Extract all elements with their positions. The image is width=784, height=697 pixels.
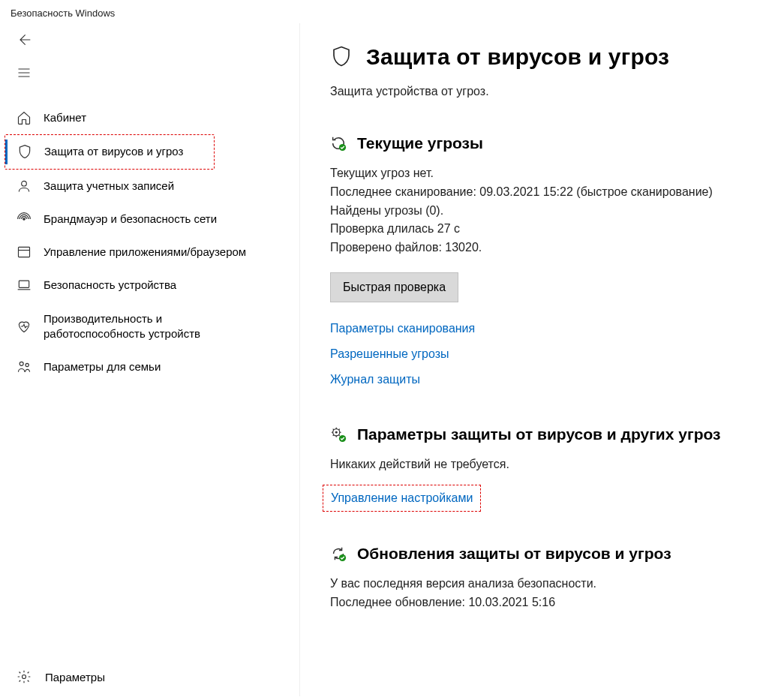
svg-rect-2 bbox=[19, 247, 30, 257]
manage-settings-link[interactable]: Управление настройками bbox=[323, 485, 481, 512]
sidebar-item-label: Кабинет bbox=[44, 110, 86, 125]
page-title: Защита от вирусов и угроз bbox=[366, 44, 669, 70]
sidebar-item-device-performance[interactable]: Производительность и работоспособность у… bbox=[5, 302, 299, 351]
section-protection-settings: Параметры защиты от вирусов и других угр… bbox=[330, 425, 776, 512]
back-button[interactable] bbox=[5, 23, 38, 56]
sidebar-item-label: Параметры для семьи bbox=[44, 359, 161, 374]
updates-status-lines: У вас последняя версия анализа безопасно… bbox=[330, 575, 776, 612]
sidebar-item-home[interactable]: Кабинет bbox=[5, 101, 299, 134]
page-header: Защита от вирусов и угроз bbox=[330, 44, 776, 70]
home-icon bbox=[17, 110, 32, 125]
shield-icon bbox=[330, 45, 353, 70]
heart-icon bbox=[17, 319, 32, 334]
laptop-icon bbox=[17, 278, 32, 293]
section-title: Параметры защиты от вирусов и других угр… bbox=[357, 425, 721, 443]
protection-history-link[interactable]: Журнал защиты bbox=[330, 367, 420, 392]
shield-icon bbox=[17, 144, 32, 159]
svg-point-6 bbox=[23, 675, 26, 679]
section-current-threats: Текущие угрозы Текущих угроз нет. Послед… bbox=[330, 134, 776, 392]
sidebar-item-label: Параметры bbox=[45, 671, 105, 683]
sidebar-item-label: Безопасность устройства bbox=[44, 278, 176, 293]
sidebar-item-firewall[interactable]: Брандмауэр и безопасность сети bbox=[5, 203, 299, 236]
section-title: Текущие угрозы bbox=[357, 134, 483, 152]
sidebar-item-virus-protection[interactable]: Защита от вирусов и угроз bbox=[5, 134, 215, 169]
svg-point-9 bbox=[335, 431, 338, 434]
account-icon bbox=[17, 179, 32, 194]
svg-point-4 bbox=[20, 362, 23, 365]
sidebar-nav: Кабинет Защита от вирусов и угроз Защита… bbox=[5, 101, 299, 383]
threat-status-lines: Текущих угроз нет. Последнее сканировани… bbox=[330, 164, 776, 257]
sidebar-item-label: Защита учетных записей bbox=[44, 179, 174, 194]
window-title: Безопасность Windows bbox=[0, 0, 784, 23]
back-arrow-icon bbox=[17, 32, 32, 47]
svg-point-0 bbox=[22, 181, 27, 186]
history-check-icon bbox=[330, 135, 347, 152]
section-protection-updates: Обновления защиты от вирусов и угроз У в… bbox=[330, 545, 776, 612]
sidebar: Кабинет Защита от вирусов и угроз Защита… bbox=[0, 23, 300, 696]
sidebar-item-label: Производительность и работоспособность у… bbox=[44, 311, 239, 342]
sidebar-item-label: Управление приложениями/браузером bbox=[44, 245, 246, 260]
sidebar-item-family[interactable]: Параметры для семьи bbox=[5, 350, 299, 383]
quick-scan-button[interactable]: Быстрая проверка bbox=[330, 272, 458, 302]
settings-status: Никаких действий не требуется. bbox=[330, 455, 776, 474]
hamburger-button[interactable] bbox=[5, 56, 38, 89]
network-icon bbox=[17, 212, 32, 227]
sidebar-item-settings[interactable]: Параметры bbox=[5, 657, 299, 696]
sidebar-item-device-security[interactable]: Безопасность устройства bbox=[5, 269, 299, 302]
main-content: Защита от вирусов и угроз Защита устройс… bbox=[300, 23, 784, 696]
page-subtitle: Защита устройства от угроз. bbox=[330, 85, 776, 98]
refresh-check-icon bbox=[330, 545, 347, 562]
hamburger-icon bbox=[17, 65, 32, 80]
scan-options-link[interactable]: Параметры сканирования bbox=[330, 316, 475, 341]
gear-icon bbox=[17, 669, 32, 684]
svg-point-5 bbox=[26, 364, 29, 367]
sidebar-item-label: Защита от вирусов и угроз bbox=[44, 144, 183, 159]
app-window-icon bbox=[17, 245, 32, 260]
sidebar-item-account-protection[interactable]: Защита учетных записей bbox=[5, 170, 299, 203]
svg-rect-3 bbox=[19, 281, 29, 288]
family-icon bbox=[17, 359, 32, 374]
sidebar-item-app-browser[interactable]: Управление приложениями/браузером bbox=[5, 236, 299, 269]
gears-check-icon bbox=[330, 426, 347, 443]
section-title: Обновления защиты от вирусов и угроз bbox=[357, 545, 671, 563]
sidebar-item-label: Брандмауэр и безопасность сети bbox=[44, 212, 217, 227]
allowed-threats-link[interactable]: Разрешенные угрозы bbox=[330, 341, 449, 367]
svg-point-1 bbox=[23, 218, 26, 221]
